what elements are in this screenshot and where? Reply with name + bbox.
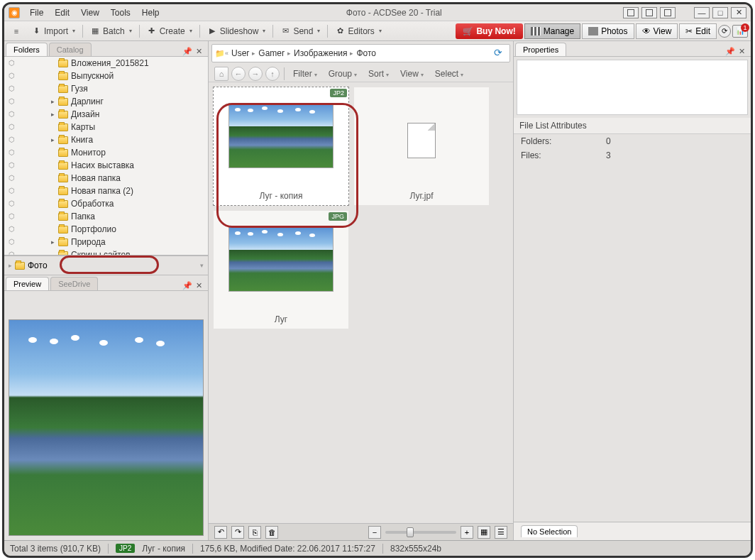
stats-button[interactable]: 📊1 xyxy=(732,25,748,38)
expand-arrow-icon[interactable]: ▸ xyxy=(51,136,58,143)
group-button[interactable]: Group xyxy=(324,67,361,80)
close-button[interactable]: ✕ xyxy=(731,7,746,18)
thumbnail-area[interactable]: JP2Луг - копияЛуг.jpfJPGЛуг xyxy=(209,82,513,523)
zoom-out-icon[interactable]: − xyxy=(368,526,381,539)
import-button[interactable]: ⬇Import xyxy=(27,25,79,38)
tree-folder-item[interactable]: ⬡ Вложения_2015821 xyxy=(4,57,208,70)
details-view-icon[interactable]: ☰ xyxy=(495,526,507,539)
batch-button[interactable]: ▦Batch xyxy=(86,25,136,38)
thumbnail-item[interactable]: Луг.jpf xyxy=(353,87,490,206)
breadcrumb[interactable]: 📁 « User▸ Gamer▸ Изображения▸ Фото ⟳ xyxy=(211,44,510,62)
shield-icon: ⬡ xyxy=(9,199,17,208)
close-panel-icon[interactable]: ✕ xyxy=(194,46,204,56)
tree-folder-item[interactable]: ⬡ Выпускной xyxy=(4,70,208,82)
aux-window-button-3[interactable] xyxy=(660,7,676,18)
tree-folder-item[interactable]: ⬡ Насих выставка xyxy=(4,159,208,172)
tree-folder-item[interactable]: ⬡ Обработка xyxy=(4,197,208,210)
dropdown-arrow-icon[interactable]: ▾ xyxy=(200,262,204,269)
tab-catalog[interactable]: Catalog xyxy=(49,43,92,56)
aux-window-button-2[interactable] xyxy=(641,7,657,18)
tree-folder-item[interactable]: ⬡ Скрины сайтов xyxy=(4,248,208,256)
tree-folder-item[interactable]: ⬡ Карты xyxy=(4,121,208,133)
folder-icon xyxy=(58,175,68,182)
rotate-right-icon[interactable]: ↷ xyxy=(231,526,244,539)
folder-icon xyxy=(15,262,25,270)
menu-file[interactable]: File xyxy=(24,6,49,19)
thumbnail-item[interactable]: JP2Луг - копия xyxy=(213,87,349,206)
sort-button[interactable]: Sort xyxy=(364,67,393,80)
refresh-icon[interactable]: ⟳ xyxy=(494,47,507,60)
tree-folder-item[interactable]: ⬡ Монитор xyxy=(4,146,208,159)
toolbar-menu-icon[interactable]: ≡ xyxy=(7,25,26,38)
tree-folder-item[interactable]: ⬡ Папка xyxy=(4,210,208,223)
tree-folder-item[interactable]: ⬡ ▸ Книга xyxy=(4,133,208,146)
easy-select-bar[interactable]: ▸ Фото ▾ xyxy=(4,256,208,275)
tree-folder-item[interactable]: ⬡ Новая папка xyxy=(4,172,208,185)
maximize-button[interactable]: □ xyxy=(712,7,728,18)
easy-select-label: Фото xyxy=(28,260,48,270)
view-mode-button[interactable]: 👁View xyxy=(636,23,678,39)
manage-mode-button[interactable]: Manage xyxy=(524,23,580,39)
minimize-button[interactable]: — xyxy=(694,7,710,18)
expand-arrow-icon[interactable]: ▸ xyxy=(51,98,58,105)
breadcrumb-item[interactable]: Gamer xyxy=(255,48,287,58)
folder-tree[interactable]: ⬡ Вложения_2015821⬡ Выпускной⬡ Гузя⬡ ▸ Д… xyxy=(4,57,208,256)
shield-icon: ⬡ xyxy=(9,123,17,131)
editors-button[interactable]: ✿Editors xyxy=(331,25,385,38)
copy-icon[interactable]: ⎘ xyxy=(248,526,261,539)
folder-icon xyxy=(58,187,68,195)
edit-mode-button[interactable]: ✂Edit xyxy=(679,23,717,39)
status-filename: Луг - копия xyxy=(142,544,185,554)
thumbnail-label: Луг xyxy=(275,310,287,329)
delete-icon[interactable]: 🗑 xyxy=(265,526,278,539)
tree-folder-item[interactable]: ⬡ Новая папка (2) xyxy=(4,185,208,197)
window-title: Фото - ACDSee 20 - Trial xyxy=(165,8,623,18)
tab-preview[interactable]: Preview xyxy=(6,277,49,290)
preview-image[interactable] xyxy=(9,319,204,536)
folder-label: Дарлинг xyxy=(71,97,104,106)
thumbnail-item[interactable]: JPGЛуг xyxy=(213,210,349,329)
select-button[interactable]: Select xyxy=(431,67,468,80)
pin-icon[interactable]: 📌 xyxy=(182,46,192,56)
create-button[interactable]: ✚Create xyxy=(143,25,197,38)
pin-icon[interactable]: 📌 xyxy=(725,46,735,56)
menu-edit[interactable]: Edit xyxy=(49,6,75,19)
folder-icon[interactable]: 📁 xyxy=(215,48,225,58)
sync-button[interactable]: ⟳ xyxy=(718,25,731,38)
filter-button[interactable]: Filter xyxy=(289,67,321,80)
buy-now-button[interactable]: 🛒Buy Now! xyxy=(456,23,522,39)
tree-folder-item[interactable]: ⬡ Портфолио xyxy=(4,223,208,236)
tree-folder-item[interactable]: ⬡ ▸ Дарлинг xyxy=(4,95,208,108)
menu-view[interactable]: View xyxy=(75,6,105,19)
tab-folders[interactable]: Folders xyxy=(6,43,48,56)
breadcrumb-item[interactable]: Изображения xyxy=(291,48,350,58)
up-icon[interactable]: ↑ xyxy=(265,67,280,81)
slideshow-button[interactable]: ▶Slideshow xyxy=(203,25,270,38)
thumbnails-view-icon[interactable]: ▦ xyxy=(478,526,490,539)
menu-help[interactable]: Help xyxy=(136,6,165,19)
photos-mode-button[interactable]: Photos xyxy=(582,23,634,39)
expand-arrow-icon[interactable]: ▸ xyxy=(51,111,58,118)
tree-folder-item[interactable]: ⬡ ▸ Дизайн xyxy=(4,108,208,121)
menu-tools[interactable]: Tools xyxy=(105,6,136,19)
send-button[interactable]: ✉Send xyxy=(276,25,324,38)
pin-icon[interactable]: 📌 xyxy=(182,280,192,290)
tree-folder-item[interactable]: ⬡ Гузя xyxy=(4,82,208,95)
forward-icon[interactable]: → xyxy=(248,67,263,81)
zoom-in-icon[interactable]: + xyxy=(461,526,473,539)
back-icon[interactable]: ← xyxy=(231,67,246,81)
tree-folder-item[interactable]: ⬡ ▸ Природа xyxy=(4,236,208,248)
expand-arrow-icon[interactable]: ▸ xyxy=(51,238,58,246)
home-icon[interactable]: ⌂ xyxy=(214,67,228,81)
tab-properties[interactable]: Properties xyxy=(515,43,566,56)
breadcrumb-item[interactable]: Фото xyxy=(353,48,379,58)
view-button[interactable]: View xyxy=(396,67,428,80)
close-panel-icon[interactable]: ✕ xyxy=(194,280,204,290)
rotate-left-icon[interactable]: ↶ xyxy=(214,526,227,539)
shield-icon: ⬡ xyxy=(9,251,17,256)
zoom-slider[interactable] xyxy=(385,531,456,534)
aux-window-button-1[interactable] xyxy=(623,7,639,18)
breadcrumb-item[interactable]: User xyxy=(228,48,252,58)
close-panel-icon[interactable]: ✕ xyxy=(737,46,746,56)
tab-seedrive[interactable]: SeeDrive xyxy=(50,277,98,290)
